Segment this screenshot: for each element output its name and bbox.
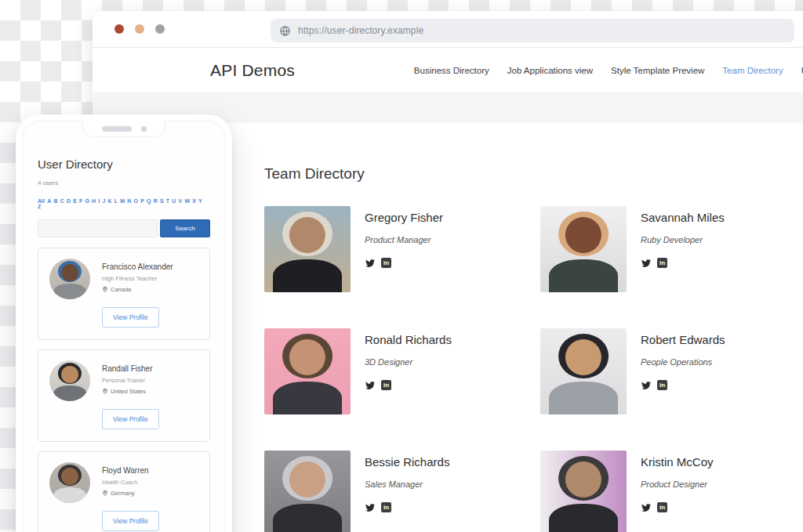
social-links [365, 502, 449, 512]
user-info: Francisco Alexander High Fitness Teacher… [102, 259, 173, 299]
member-info: Ronald Richards 3D Designer [365, 328, 452, 414]
linkedin-icon[interactable] [381, 502, 391, 512]
social-links [641, 380, 725, 390]
window-close-button[interactable] [114, 24, 124, 34]
view-profile-button[interactable]: View Profile [102, 307, 159, 328]
search-input[interactable] [38, 219, 158, 237]
user-info: Floyd Warren Health Coach Germany [102, 462, 149, 503]
avatar-head [565, 217, 601, 253]
twitter-icon[interactable] [365, 259, 376, 268]
alphabet-letter[interactable]: K [108, 198, 112, 204]
alphabet-letter[interactable]: O [134, 198, 138, 204]
nav-item[interactable]: Job Applications view [507, 66, 593, 75]
avatar-body [549, 382, 618, 414]
browser-chrome-bar: https://user-directory.example [93, 11, 803, 47]
team-member-card: Ronald Richards 3D Designer [264, 328, 540, 414]
team-member-card: Robert Edwards People Operations [540, 328, 803, 414]
alphabet-letter[interactable]: Y [198, 198, 202, 204]
user-avatar [49, 462, 90, 503]
alphabet-letter[interactable]: N [127, 198, 131, 204]
user-card-list: Francisco Alexander High Fitness Teacher… [38, 248, 210, 532]
user-country: Germany [111, 490, 135, 497]
alphabet-letter[interactable]: G [85, 198, 89, 204]
address-bar[interactable]: https://user-directory.example [271, 19, 794, 42]
alphabet-letter[interactable]: U [172, 198, 176, 204]
twitter-icon[interactable] [365, 381, 376, 390]
user-location: Germany [102, 490, 149, 497]
search-row: Search [38, 219, 210, 237]
url-text: https://user-directory.example [298, 25, 423, 36]
alphabet-letter[interactable]: X [192, 198, 196, 204]
twitter-icon[interactable] [641, 503, 652, 512]
user-avatar [49, 259, 90, 299]
user-card-top: Floyd Warren Health Coach Germany [49, 462, 198, 503]
alphabet-letter[interactable]: T [166, 198, 169, 204]
social-links [365, 380, 452, 390]
linkedin-icon[interactable] [657, 258, 667, 268]
member-name: Robert Edwards [641, 333, 725, 346]
window-minimize-button[interactable] [135, 24, 144, 34]
nav-item[interactable]: Business Directory [414, 66, 489, 75]
nav-item[interactable]: Style Template Preview [611, 66, 704, 75]
view-profile-button[interactable]: View Profile [102, 511, 159, 531]
twitter-icon[interactable] [365, 503, 376, 512]
twitter-icon[interactable] [641, 381, 652, 390]
member-name: Ronald Richards [365, 333, 452, 346]
user-role: High Fitness Teacher [102, 275, 173, 282]
view-profile-button[interactable]: View Profile [102, 409, 159, 429]
user-card: Francisco Alexander High Fitness Teacher… [38, 248, 210, 340]
avatar-body [273, 259, 342, 292]
alphabet-letter[interactable]: A [47, 198, 51, 204]
avatar-head [61, 264, 78, 281]
phone-camera-icon [141, 126, 147, 132]
window-maximize-button[interactable] [155, 24, 165, 34]
location-pin-icon [102, 286, 108, 293]
linkedin-icon[interactable] [381, 380, 391, 390]
alphabet-letter[interactable]: R [154, 198, 158, 204]
phone-speaker [102, 126, 132, 132]
member-photo [540, 206, 627, 292]
search-button[interactable]: Search [160, 219, 210, 237]
team-grid: Gregory Fisher Product Manager Savannah … [264, 206, 803, 532]
social-links [365, 258, 443, 268]
alphabet-letter[interactable]: D [67, 198, 71, 204]
member-role: People Operations [641, 357, 725, 367]
alphabet-letter[interactable]: P [140, 198, 144, 204]
alphabet-letter[interactable]: V [179, 198, 183, 204]
member-role: Product Manager [365, 235, 443, 244]
site-header: API Demos Business DirectoryJob Applicat… [93, 48, 803, 92]
alphabet-letter[interactable]: F [79, 198, 82, 204]
member-role: Product Designer [641, 480, 714, 489]
avatar-body [53, 385, 86, 401]
user-info: Randall Fisher Personal Trainer United S… [102, 360, 152, 401]
alphabet-letter[interactable]: Q [147, 198, 151, 204]
main-nav: Business DirectoryJob Applications viewS… [414, 66, 803, 75]
alphabet-letter[interactable]: S [160, 198, 164, 204]
alphabet-letter[interactable]: M [120, 198, 125, 204]
alphabet-letter[interactable]: E [73, 198, 77, 204]
alphabet-letter[interactable]: L [114, 198, 118, 204]
phone-page-title: User Directory [38, 157, 210, 171]
social-links [641, 502, 714, 512]
location-pin-icon [102, 388, 108, 395]
member-info: Savannah Miles Ruby Developer [641, 206, 725, 292]
user-name: Floyd Warren [102, 462, 149, 475]
alphabet-letter[interactable]: H [92, 198, 96, 204]
member-info: Robert Edwards People Operations [641, 328, 725, 414]
nav-item[interactable]: Team Directory [722, 66, 783, 75]
alphabet-letter[interactable]: All [38, 198, 45, 204]
alphabet-letter[interactable]: Z [38, 204, 41, 209]
member-photo [540, 451, 627, 532]
alphabet-letter[interactable]: J [103, 198, 106, 204]
alphabet-letter[interactable]: I [98, 198, 100, 204]
avatar-head [565, 461, 601, 498]
alphabet-letter[interactable]: W [184, 198, 190, 204]
twitter-icon[interactable] [641, 259, 652, 268]
linkedin-icon[interactable] [657, 380, 667, 390]
phone-notch [82, 121, 165, 137]
member-name: Gregory Fisher [365, 211, 443, 224]
alphabet-letter[interactable]: B [53, 198, 57, 204]
alphabet-letter[interactable]: C [60, 198, 64, 204]
linkedin-icon[interactable] [657, 502, 667, 512]
linkedin-icon[interactable] [381, 258, 391, 268]
